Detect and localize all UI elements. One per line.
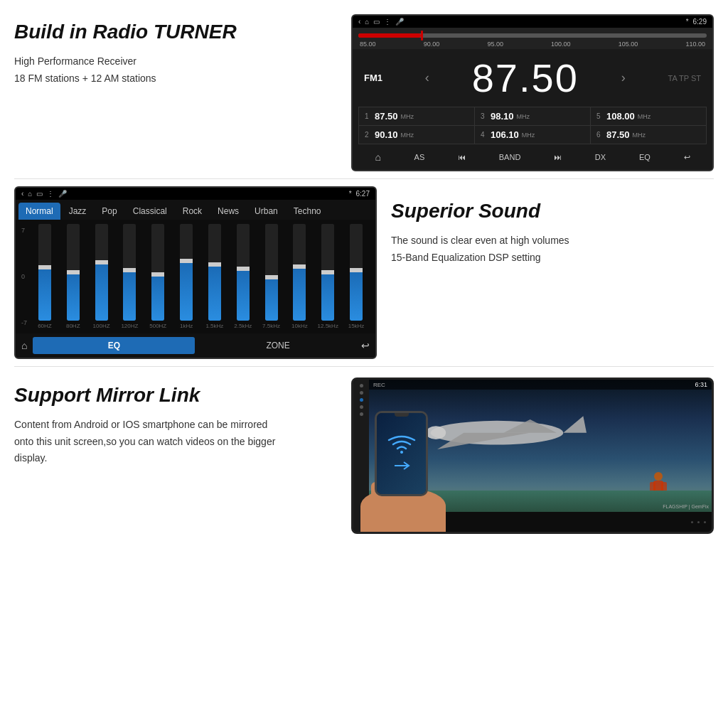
freq-labels: 85.00 90.00 95.00 100.00 105.00 110.00 [358,41,707,48]
mode-classical[interactable]: Classical [126,203,174,220]
mirror-screen: REC 6:31 [351,378,714,534]
prev-track-button[interactable]: ⏮ [452,150,471,164]
eq-bar-10khz: 10kHz [286,224,313,329]
eq-home-button[interactable]: ⌂ [21,340,27,351]
eq-zone-button[interactable]: ZONE [200,341,355,350]
svg-point-11 [400,451,403,454]
eq-status-bar: ‹ ⌂ ▭ ⋮ 🎤 * 6:27 [16,188,375,200]
middle-section: ‹ ⌂ ▭ ⋮ 🎤 * 6:27 Normal Jazz Pop Classic… [0,179,728,366]
freq-track-bar: 85.00 90.00 95.00 100.00 105.00 110.00 [353,28,712,49]
eq-level-labels: 7 0 -7 [21,224,27,329]
mode-jazz[interactable]: Jazz [62,203,94,220]
radio-status-bar: ‹ ⌂ ▭ ⋮ 🎤 * 6:29 [353,16,712,28]
next-track-button[interactable]: ⏭ [548,150,567,164]
eq-bar-7.5khz: 7.5kHz [258,224,285,329]
eq-status-time: 6:27 [356,190,370,198]
mirror-desc: Content from Android or IOS smartphone c… [14,417,284,467]
mode-pop[interactable]: Pop [95,203,124,220]
preset-3[interactable]: 3 98.10 MHz [475,107,590,125]
mode-urban[interactable]: Urban [247,203,285,220]
radio-band: FM1 [364,73,382,83]
superior-sound-desc: The sound is clear even at high volumes … [391,232,714,267]
mode-normal[interactable]: Normal [18,203,60,220]
as-button[interactable]: AS [409,150,431,164]
radio-controls: ⌂ AS ⏮ BAND ⏭ DX EQ ↩ [353,144,712,170]
radio-screenshot: ‹ ⌂ ▭ ⋮ 🎤 * 6:29 85.00 [351,14,714,171]
eq-screenshot: ‹ ⌂ ▭ ⋮ 🎤 * 6:27 Normal Jazz Pop Classic… [14,186,377,359]
eq-bar-500hz: 500HZ [144,224,171,329]
mirror-title: Support Mirror Link [14,385,337,407]
eq-eq-button[interactable]: EQ [33,337,195,354]
prev-button[interactable]: ‹ [425,70,429,85]
eq-body: 7 0 -7 60HZ [16,220,375,333]
svg-point-5 [654,472,663,481]
mirror-time: 6:31 [695,381,707,388]
status-time: 6:29 [693,18,707,26]
eq-bar-80hz: 80HZ [60,224,87,329]
svg-marker-3 [563,416,587,432]
mirror-screenshot: REC 6:31 [351,378,714,534]
wifi-icon [387,434,416,456]
preset-5[interactable]: 5 108.00 MHz [591,107,706,125]
mode-rock[interactable]: Rock [176,203,209,220]
next-button[interactable]: › [621,70,626,85]
mode-techno[interactable]: Techno [287,203,328,220]
preset-2[interactable]: 2 90.10 MHz [359,126,474,144]
radio-desc: High Performance Receiver 18 FM stations… [14,53,337,87]
radio-ta-tp-st: TA TP ST [668,74,701,82]
eq-button[interactable]: EQ [633,150,656,164]
eq-back-button[interactable]: ↩ [361,340,370,351]
eq-footer: ⌂ EQ ZONE ↩ [16,333,375,358]
bluetooth-icon: * [686,18,689,26]
eq-bar-1khz: 1kHz [173,224,200,329]
brand-overlay: FLAGSHIP | GemFix [663,504,709,509]
eq-bar-2.5khz: 2.5kHz [230,224,257,329]
eq-screen: ‹ ⌂ ▭ ⋮ 🎤 * 6:27 Normal Jazz Pop Classic… [14,186,377,359]
bottom-section: Support Mirror Link Content from Android… [0,370,728,541]
eq-bar-100hz: 100HZ [88,224,115,329]
radio-info: Build in Radio TURNER High Performance R… [14,14,337,87]
home-button[interactable]: ⌂ [369,149,386,166]
eq-bar-12.5khz: 12.5kHz [314,224,341,329]
preset-4[interactable]: 4 106.10 MHz [475,126,590,144]
eq-bluetooth-icon: * [349,190,352,198]
phone-hand [360,404,460,532]
radio-screen: ‹ ⌂ ▭ ⋮ 🎤 * 6:29 85.00 [351,14,714,171]
dx-button[interactable]: DX [589,150,611,164]
eq-bar-15khz: 15kHz [343,224,370,329]
superior-sound-info: Superior Sound The sound is clear even a… [391,186,714,266]
band-button[interactable]: BAND [493,150,527,164]
radio-presets: 1 87.50 MHz 3 98.10 MHz 5 108.00 MHz 2 9… [358,107,707,144]
preset-6[interactable]: 6 87.50 MHz [591,126,706,144]
phone-frame [375,411,428,496]
eq-bar-1.5khz: 1.5kHz [201,224,228,329]
superior-sound-title: Superior Sound [391,200,714,223]
radio-title: Build in Radio TURNER [14,21,337,43]
back-button[interactable]: ↩ [678,150,696,165]
preset-1[interactable]: 1 87.50 MHz [359,107,474,125]
connection-arrow-icon [391,459,412,473]
eq-modes: Normal Jazz Pop Classical Rock News Urba… [16,200,375,220]
mirror-info: Support Mirror Link Content from Android… [14,378,337,467]
radio-main: FM1 ‹ 87.50 › TA TP ST [353,49,712,107]
eq-bar-120hz: 120HZ [117,224,144,329]
eq-bar-60hz: 60HZ [31,224,58,329]
radio-frequency: 87.50 [472,55,579,101]
top-section: Build in Radio TURNER High Performance R… [0,0,728,178]
mode-news[interactable]: News [210,203,246,220]
